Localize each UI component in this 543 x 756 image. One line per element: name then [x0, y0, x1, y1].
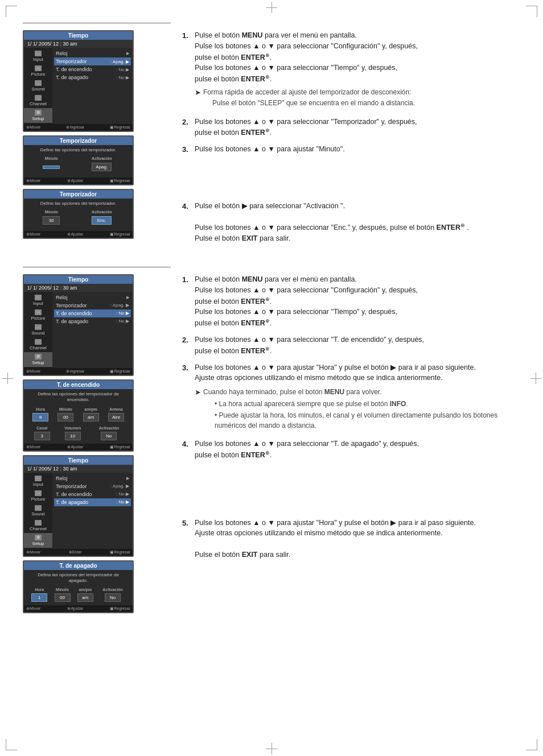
text-2-3: Pulse los botones ▲ o ▼ para ajustar "Ho…: [195, 363, 476, 382]
td-activacion-1c: Enc.: [76, 216, 128, 225]
content-2-5: Pulse los botones ▲ o ▼ para ajustar "Ho…: [195, 518, 520, 560]
section-2-divider: [23, 267, 171, 267]
menu-item-tencendido-1a: T. de encendido: No ▶: [54, 65, 131, 73]
s2a-setup-icon: ⚙: [35, 354, 42, 360]
tv-menu-2a: ↔ Input ▭ Picture ♪ Sound: [24, 292, 133, 368]
tv-footer-2d: ⊕Mover⊕Ajustar▣Regresar: [24, 605, 133, 612]
content-1-3: Pulse los botones ▲ o ▼ para ajustar "Mi…: [195, 144, 520, 155]
tv-screen-2b: T. de encendido Defina las opciones del …: [23, 379, 134, 452]
tv-menu-2c: ↔ Input ▭ Picture ♪ Sound: [24, 473, 133, 549]
channel-icon: ○: [35, 95, 42, 101]
tv-sidebar-2c: ↔ Input ▭ Picture ♪ Sound: [24, 473, 52, 549]
s2a-label-channel: Channel: [30, 345, 47, 350]
corner-mark-br: [526, 739, 537, 750]
enc-td-ampm: am: [79, 413, 103, 422]
s2c-menu-reloj: Reloj▶: [54, 474, 131, 482]
s2a-sidebar-setup: ⚙ Setup: [24, 352, 52, 367]
enc-td-activacion: No: [90, 432, 128, 440]
s2a-label-sound: Sound: [31, 331, 44, 336]
s2c-menu-tapagado: T. de apagado: No ▶: [54, 498, 131, 506]
setup-icon: ⚙: [35, 110, 42, 115]
num-2-1: 1.: [182, 274, 191, 329]
s2c-picture-icon: ▭: [35, 490, 42, 496]
menu-item-temporizador-1a: Temporizador: Apag. ▶: [54, 57, 131, 65]
tv-footer-2a: ⊕Mover⊕Ingresar▣Regresar: [24, 368, 133, 375]
enc-th-antena: Antena: [104, 407, 128, 412]
s2a-sound-icon: ♪: [35, 324, 42, 330]
tv-enc-table-2b-r2: Canal Volumen Activación 3 10 No: [27, 424, 129, 441]
instruction-item-2-2: 2. Pulse los botones ▲ o ▼ para seleccio…: [182, 334, 520, 357]
s2c-label-channel: Channel: [30, 526, 47, 531]
tv-screen-1b: Temporizador Define las opciones del tem…: [23, 135, 134, 185]
apag-td-ampm: am: [75, 593, 96, 602]
instruction-item-1-3: 3. Pulse los botones ▲ o ▼ para ajustar …: [182, 144, 520, 155]
tv-desc-1c: Define las opciones del temporizador.: [27, 201, 129, 206]
instruction-item-2-3: 3. Pulse los botones ▲ o ▼ para ajustar …: [182, 362, 520, 433]
note-content-1: Forma rápida de acceder al ajuste del te…: [203, 87, 415, 109]
td-activacion-1b: Apag.: [76, 162, 128, 172]
sidebar-item-channel: ○ Channel: [24, 93, 52, 108]
picture-icon: ▭: [35, 65, 42, 71]
instruction-list-1: 1. Pulse el botón MENU para ver el menú …: [182, 30, 520, 244]
enc-td-hora: 8: [28, 413, 52, 422]
tv-screen-1a: Tiempo 1/ 1/ 2005/ 12 : 30 am ↔ Input ▭ …: [23, 30, 134, 132]
s2c-sidebar-channel: ○ Channel: [24, 518, 52, 533]
s2c-sidebar-setup: ⚙ Setup: [24, 533, 52, 548]
sidebar-item-setup: ⚙ Setup: [24, 108, 52, 123]
tv-desc-2d: Defina las opciones del temporizador dea…: [27, 572, 129, 584]
num-2-5: 5.: [182, 518, 191, 560]
s2c-channel-icon: ○: [35, 520, 42, 526]
text-1-4: Pulse el botón ▶ para seleccionar "Activ…: [195, 202, 469, 242]
crosshair-top: [266, 2, 277, 13]
num-2-4: 4.: [182, 439, 191, 461]
arrow-symbol-2: ➤: [195, 387, 201, 431]
note-content-2: Cuando haya terminado, pulse el botón ME…: [203, 387, 520, 431]
enc-th-volumen: Volumen: [57, 425, 89, 431]
s2a-menu-tencendido: T. de encendido: No ▶: [54, 309, 131, 317]
tv-desc-2b: Defina las opciones del temporizador dee…: [27, 391, 129, 403]
corner-mark-tl: [6, 6, 17, 17]
sidebar-item-input: ↔ Input: [24, 49, 52, 64]
s2a-sidebar-channel: ○ Channel: [24, 337, 52, 352]
tv-title-2c: Tiempo: [24, 456, 133, 465]
content-1-1: Pulse el botón MENU para ver el menú en …: [195, 30, 520, 111]
tv-screen-1c: Temporizador Define las opciones del tem…: [23, 189, 134, 239]
content-2-1: Pulse el botón MENU para ver el menú en …: [195, 274, 520, 329]
sidebar-label-sound: Sound: [31, 86, 44, 92]
td-minuto-1b: [28, 162, 75, 172]
tv-time-2a: 1/ 1/ 2005/ 12 : 30 am: [24, 284, 133, 292]
tv-footer-2b: ⊕Mover⊕Ajustar▣Regresar: [24, 444, 133, 451]
apag-th-ampm: am/pm: [75, 587, 96, 592]
apag-th-hora: Hora: [28, 587, 50, 592]
s2a-channel-icon: ○: [35, 339, 42, 345]
th-minuto-1b: Minuto: [28, 156, 75, 161]
td-minuto-1c: 30: [28, 216, 75, 225]
tv-sidebar-2a: ↔ Input ▭ Picture ♪ Sound: [24, 292, 52, 368]
s2c-sidebar-picture: ▭ Picture: [24, 489, 52, 503]
tv-subscreen-1c: Define las opciones del temporizador. Mi…: [24, 199, 133, 231]
enc-th-activacion: Activación: [90, 425, 128, 431]
tv-footer-1b: ⊕Mover⊕Ajustar▣Regresar: [24, 177, 133, 184]
tv-title-1c: Temporizador: [24, 190, 133, 199]
tv-apag-table-2d: Hora Minuto am/pm Activación 1 00: [27, 586, 129, 603]
num-1-4: 4.: [182, 201, 191, 244]
num-2-3: 3.: [182, 362, 191, 433]
tv-time-1a: 1/ 1/ 2005/ 12 : 30 am: [24, 40, 133, 48]
section-2: Tiempo 1/ 1/ 2005/ 12 : 30 am ↔ Input ▭ …: [23, 267, 520, 617]
apag-td-hora: 1: [28, 593, 50, 602]
text-2-4: Pulse los botones ▲ o ▼ para seleccionar…: [195, 440, 419, 459]
page-content: Tiempo 1/ 1/ 2005/ 12 : 30 am ↔ Input ▭ …: [23, 23, 520, 733]
tv-screen-2c: Tiempo 1/ 1/ 2005/ 12 : 30 am ↔ Input ▭ …: [23, 455, 134, 557]
tv-main-2c: Reloj▶ Temporizador: Apag. ▶ T. de encen…: [52, 473, 133, 549]
section-2-screens: Tiempo 1/ 1/ 2005/ 12 : 30 am ↔ Input ▭ …: [23, 274, 171, 617]
tv-enc-table-2b: Hora Minuto am/pm Antena 8 00: [27, 406, 129, 423]
s2c-menu-tencendido: T. de encendido: No ▶: [54, 490, 131, 498]
apag-th-minuto: Minuto: [51, 587, 73, 592]
crosshair-right: [530, 373, 541, 384]
tv-subscreen-2b: Defina las opciones del temporizador dee…: [24, 389, 133, 444]
s2a-sidebar-picture: ▭ Picture: [24, 308, 52, 323]
content-1-2: Pulse los botones ▲ o ▼ para seleccionar…: [195, 117, 520, 139]
content-2-4: Pulse los botones ▲ o ▼ para seleccionar…: [195, 439, 520, 461]
s2c-sidebar-input: ↔ Input: [24, 474, 52, 489]
s2a-menu-tapagado: T. de apagado: No ▶: [54, 317, 131, 325]
